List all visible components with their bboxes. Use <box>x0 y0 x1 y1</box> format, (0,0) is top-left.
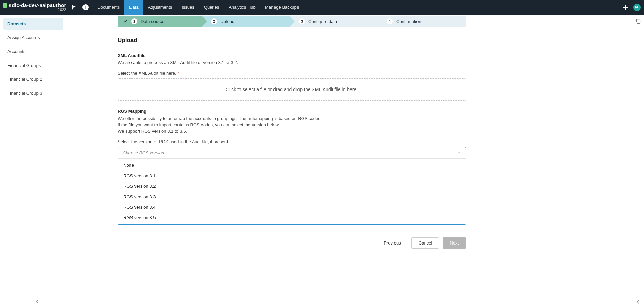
wizard-step-confirmation[interactable]: 4Confirmation <box>378 16 466 27</box>
info-icon[interactable]: i <box>82 4 89 10</box>
rightbar <box>632 15 644 308</box>
select-option[interactable]: RGS version 3.5 <box>118 212 466 223</box>
sidebar-item-financial-groups[interactable]: Financial Groups <box>3 59 63 71</box>
next-button[interactable]: Next <box>443 237 466 249</box>
wizard-step-label: Data source <box>141 19 164 24</box>
nav-item-issues[interactable]: Issues <box>177 0 199 15</box>
avatar[interactable]: AU <box>633 4 641 11</box>
xml-desc: We are able to process an XML Audit file… <box>118 60 466 65</box>
brand-name: sdlc-da-dev-aaipauthor <box>9 3 66 8</box>
brand-icon <box>3 3 7 8</box>
nav-item-documents[interactable]: Documents <box>93 0 124 15</box>
brand[interactable]: sdlc-da-dev-aaipauthor 2022 <box>3 3 66 12</box>
page-title: Upload <box>118 37 466 44</box>
wizard-step-number: 1 <box>131 18 137 24</box>
wizard-step-label: Upload <box>220 19 234 24</box>
wizard: 1Data source2Upload3Configure data4Confi… <box>118 16 466 27</box>
select-header[interactable]: Choose RGS version <box>118 147 466 159</box>
wizard-step-label: Configure data <box>308 19 337 24</box>
xml-label: Select the XML Audit file here. * <box>118 71 466 76</box>
previous-button[interactable]: Previous <box>377 237 408 249</box>
wizard-step-number: 4 <box>387 18 393 24</box>
file-dropzone[interactable]: Click to select a file or drag and drop … <box>118 78 466 101</box>
xml-heading: XML Auditfile <box>118 53 466 58</box>
rgs-version-select[interactable]: Choose RGS version NoneRGS version 3.1RG… <box>118 147 466 225</box>
cancel-button[interactable]: Cancel <box>411 237 439 249</box>
select-option[interactable]: RGS version 3.4 <box>118 202 466 212</box>
sidebar: DatasetsAssign AccountsAccountsFinancial… <box>0 15 67 308</box>
nav-item-analytics-hub[interactable]: Analytics Hub <box>224 0 260 15</box>
select-options: NoneRGS version 3.1RGS version 3.2RGS ve… <box>118 159 466 224</box>
select-placeholder: Choose RGS version <box>123 150 164 155</box>
rgs-desc2: If the file you want to import contains … <box>118 122 466 127</box>
chevron-up-icon <box>457 150 461 155</box>
wizard-step-data-source[interactable]: 1Data source <box>118 16 202 27</box>
sidebar-item-accounts[interactable]: Accounts <box>3 46 63 57</box>
required-indicator: * <box>177 71 179 76</box>
select-option[interactable]: RGS version 3.1 <box>118 171 466 181</box>
nav-item-manage-backups[interactable]: Manage Backups <box>260 0 304 15</box>
rgs-desc1: We offer the possibility to automap the … <box>118 116 466 121</box>
topbar-icons: i <box>71 4 89 10</box>
nav-item-adjustments[interactable]: Adjustments <box>143 0 177 15</box>
dropzone-text: Click to select a file or drag and drop … <box>226 87 358 92</box>
sidebar-item-financial-group-3[interactable]: Financial Group 3 <box>3 87 63 99</box>
wizard-step-upload[interactable]: 2Upload <box>202 16 290 27</box>
main-content: 1Data source2Upload3Configure data4Confi… <box>67 15 632 308</box>
check-icon <box>123 19 128 24</box>
nav-item-queries[interactable]: Queries <box>199 0 224 15</box>
footer-actions: Previous Cancel Next <box>118 237 466 249</box>
rgs-desc3: We support RGS version 3.1 to 3.5. <box>118 129 466 134</box>
top-nav: DocumentsDataAdjustmentsIssuesQueriesAna… <box>93 0 304 15</box>
rgs-label: Select the version of RGS used in the Au… <box>118 139 466 144</box>
topbar: sdlc-da-dev-aaipauthor 2022 i DocumentsD… <box>0 0 644 15</box>
copy-icon[interactable] <box>635 18 641 25</box>
sidebar-item-financial-group-2[interactable]: Financial Group 2 <box>3 73 63 85</box>
nav-item-data[interactable]: Data <box>124 0 143 15</box>
rgs-heading: RGS Mapping <box>118 109 466 114</box>
select-option[interactable]: RGS version 3.2 <box>118 181 466 191</box>
select-option[interactable]: RGS version 3.3 <box>118 191 466 202</box>
xml-label-text: Select the XML Audit file here. <box>118 71 176 76</box>
flag-icon[interactable] <box>71 4 77 10</box>
wizard-step-label: Confirmation <box>396 19 421 24</box>
plus-icon[interactable] <box>622 4 629 11</box>
wizard-step-configure-data[interactable]: 3Configure data <box>290 16 378 27</box>
rightbar-collapse-icon[interactable] <box>635 299 641 305</box>
select-option[interactable]: None <box>118 160 466 171</box>
sidebar-collapse-icon[interactable] <box>34 299 41 305</box>
svg-rect-0 <box>637 20 640 23</box>
wizard-step-number: 3 <box>299 18 305 24</box>
sidebar-item-assign-accounts[interactable]: Assign Accounts <box>3 32 63 44</box>
wizard-step-number: 2 <box>211 18 217 24</box>
brand-year: 2022 <box>58 8 66 12</box>
sidebar-item-datasets[interactable]: Datasets <box>3 18 63 30</box>
